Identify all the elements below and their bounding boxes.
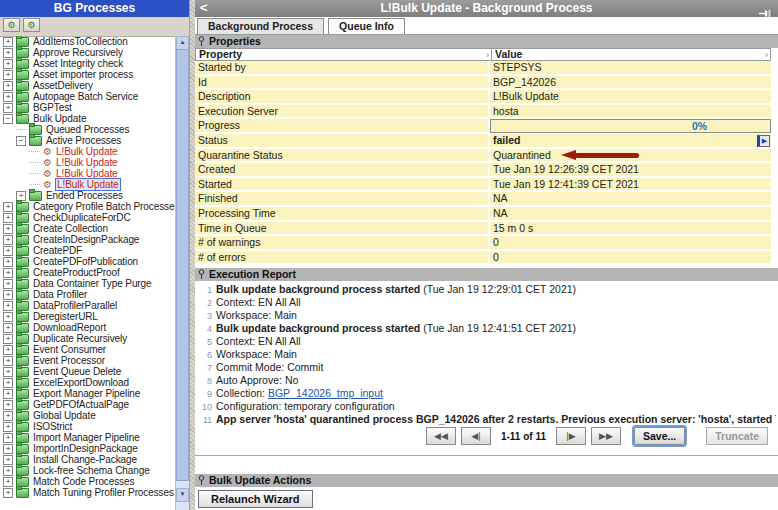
- expand-icon[interactable]: +: [3, 312, 13, 322]
- expand-icon[interactable]: +: [3, 268, 13, 278]
- expand-icon[interactable]: +: [3, 334, 13, 344]
- tree-item[interactable]: +GetPDFOfActualPage: [1, 399, 175, 410]
- tree-item[interactable]: +DataProfilerParallel: [1, 300, 175, 311]
- save-button[interactable]: Save...: [634, 427, 685, 445]
- collapse-icon[interactable]: −: [16, 136, 26, 146]
- expand-icon[interactable]: +: [3, 257, 13, 267]
- tree-item-label[interactable]: Install Change-Package: [32, 454, 138, 465]
- tree-item[interactable]: +CreatePDF: [1, 245, 175, 256]
- tree-item-label[interactable]: ImportInDesignPackage: [32, 443, 139, 454]
- expand-icon[interactable]: +: [3, 455, 13, 465]
- expand-icon[interactable]: +: [3, 378, 13, 388]
- tree-item[interactable]: +Asset Integrity check: [1, 58, 175, 69]
- tree-item-label[interactable]: Asset Integrity check: [32, 58, 124, 69]
- tree-item[interactable]: −Active Processes: [1, 135, 175, 146]
- tree-item-label[interactable]: Asset importer process: [32, 69, 134, 80]
- gear-process-icon[interactable]: ⚙: [3, 18, 20, 32]
- tree-item[interactable]: +Install Change-Package: [1, 454, 175, 465]
- tree-item[interactable]: +Export Manager Pipeline: [1, 388, 175, 399]
- collection-link[interactable]: BGP_142026_tmp_input: [268, 387, 383, 399]
- tree-item[interactable]: +BGPTest: [1, 102, 175, 113]
- expand-icon[interactable]: +: [3, 213, 13, 223]
- tree-item-label[interactable]: Autopage Batch Service: [32, 91, 139, 102]
- tree-item[interactable]: +CreateProductProof: [1, 267, 175, 278]
- tree-item[interactable]: −Bulk Update: [1, 113, 175, 124]
- expand-icon[interactable]: +: [3, 290, 13, 300]
- tree-item[interactable]: +Event Queue Delete: [1, 366, 175, 377]
- tree-item[interactable]: +Event Consumer: [1, 344, 175, 355]
- tree-item[interactable]: +ImportInDesignPackage: [1, 443, 175, 454]
- expand-icon[interactable]: +: [3, 400, 13, 410]
- expand-icon[interactable]: +: [3, 92, 13, 102]
- tree-item-label[interactable]: Category Profile Batch Processes: [32, 201, 175, 212]
- first-page-button[interactable]: ◀◀: [426, 427, 456, 445]
- status-action-icon[interactable]: ▶: [757, 135, 770, 147]
- tree-item[interactable]: +Autopage Batch Service: [1, 91, 175, 102]
- tree-item[interactable]: +Ended Processes: [1, 190, 175, 201]
- expand-icon[interactable]: +: [3, 466, 13, 476]
- tab-background-process[interactable]: Background Process: [197, 18, 324, 34]
- tree-item[interactable]: +DownloadReport: [1, 322, 175, 333]
- relaunch-wizard-button[interactable]: Relaunch Wizard: [198, 490, 313, 508]
- tree-item[interactable]: +Match Code Processes: [1, 476, 175, 487]
- gear-process-add-icon[interactable]: ⚙: [23, 18, 40, 32]
- expand-icon[interactable]: +: [3, 202, 13, 212]
- collapse-icon[interactable]: −: [3, 114, 13, 124]
- expand-icon[interactable]: +: [3, 389, 13, 399]
- last-page-button[interactable]: ▶▶: [591, 427, 621, 445]
- tree-item[interactable]: +Event Processor: [1, 355, 175, 366]
- expand-icon[interactable]: +: [3, 422, 13, 432]
- tree-item-label[interactable]: Global Update: [32, 410, 97, 421]
- tree-item-label[interactable]: Bulk Update: [32, 113, 87, 124]
- tree-item-label[interactable]: Event Consumer: [32, 344, 107, 355]
- tree-item-label[interactable]: CreateProductProof: [32, 267, 121, 278]
- tree-scrollbar[interactable]: ▲ ▼: [175, 36, 189, 510]
- expand-icon[interactable]: +: [3, 224, 13, 234]
- next-page-button[interactable]: |▶: [556, 427, 586, 445]
- tree-item[interactable]: +Match Tuning Profiler Processes: [1, 487, 175, 498]
- tree-item-label[interactable]: Create Collection: [32, 223, 109, 234]
- tree-item-label[interactable]: AddItemsToCollection: [32, 36, 129, 47]
- expand-icon[interactable]: +: [3, 279, 13, 289]
- tree-item[interactable]: +AssetDelivery: [1, 80, 175, 91]
- tree-item-label[interactable]: Data Container Type Purge: [32, 278, 153, 289]
- tree-item-label[interactable]: Data Profiler: [32, 289, 88, 300]
- expand-icon[interactable]: +: [3, 367, 13, 377]
- tree-item-label[interactable]: Event Queue Delete: [32, 366, 122, 377]
- tree-item[interactable]: ⚙L!Bulk Update: [1, 179, 175, 190]
- tree-item-label[interactable]: BGPTest: [32, 102, 73, 113]
- tree-item[interactable]: +Import Manager Pipeline: [1, 432, 175, 443]
- expand-icon[interactable]: +: [3, 411, 13, 421]
- expand-icon[interactable]: +: [3, 37, 13, 47]
- tree-item[interactable]: Queued Processes: [1, 124, 175, 135]
- tree-item-label[interactable]: Duplicate Recursively: [32, 333, 128, 344]
- expand-icon[interactable]: +: [3, 323, 13, 333]
- tree-item[interactable]: ⚙L!Bulk Update: [1, 157, 175, 168]
- tree-item-label[interactable]: DataProfilerParallel: [32, 300, 118, 311]
- tree-item-label[interactable]: Approve Recursively: [32, 47, 124, 58]
- tree-item[interactable]: +ExcelExportDownload: [1, 377, 175, 388]
- expand-icon[interactable]: +: [3, 59, 13, 69]
- tree-item[interactable]: +CheckDuplicateForDC: [1, 212, 175, 223]
- tree-item[interactable]: +CreateInDesignPackage: [1, 234, 175, 245]
- scrollbar-thumb[interactable]: [176, 49, 189, 481]
- tree-item[interactable]: +Data Container Type Purge: [1, 278, 175, 289]
- tree-item[interactable]: +Category Profile Batch Processes: [1, 201, 175, 212]
- tree-item[interactable]: +Create Collection: [1, 223, 175, 234]
- tree-item-label[interactable]: GetPDFOfActualPage: [32, 399, 130, 410]
- tree-item-label[interactable]: CreatePDFofPublication: [32, 256, 139, 267]
- expand-icon[interactable]: +: [3, 488, 13, 498]
- tree-item-label[interactable]: Active Processes: [45, 135, 122, 146]
- expand-icon[interactable]: +: [3, 81, 13, 91]
- expand-icon[interactable]: +: [3, 246, 13, 256]
- tree-item-label[interactable]: Match Tuning Profiler Processes: [32, 487, 175, 498]
- tree-item[interactable]: +Data Profiler: [1, 289, 175, 300]
- tree-item[interactable]: ⚙L!Bulk Update: [1, 146, 175, 157]
- expand-icon[interactable]: +: [3, 301, 13, 311]
- tree-item-label[interactable]: DeregisterURL: [32, 311, 99, 322]
- back-icon[interactable]: <: [200, 0, 208, 16]
- tree-item[interactable]: +CreatePDFofPublication: [1, 256, 175, 267]
- tree-item[interactable]: +Lock-free Schema Change: [1, 465, 175, 476]
- column-header-property[interactable]: Property›: [195, 48, 492, 61]
- tree-item[interactable]: +AddItemsToCollection: [1, 36, 175, 47]
